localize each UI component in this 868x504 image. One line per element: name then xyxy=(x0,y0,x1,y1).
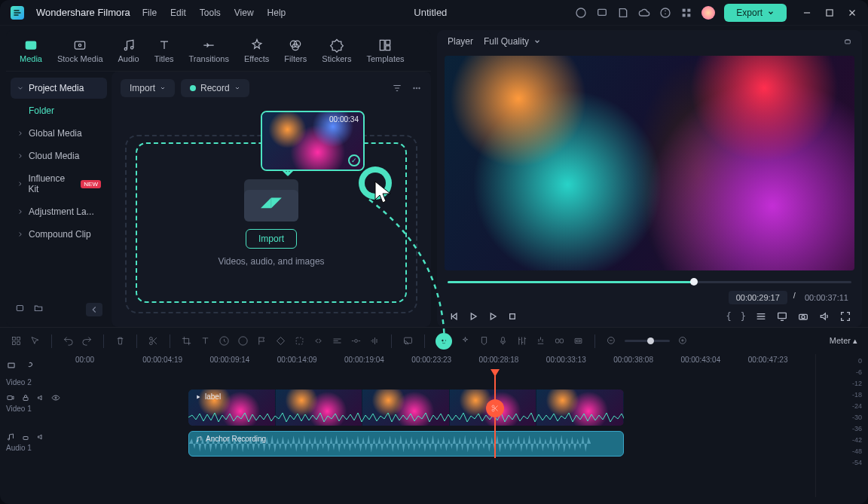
sidebar-adjustment-layer[interactable]: Adjustment La... xyxy=(11,201,107,222)
text-icon[interactable] xyxy=(200,335,211,347)
sidebar-compound-clip[interactable]: Compound Clip xyxy=(11,224,107,245)
track-audio1[interactable]: Anchor Recording xyxy=(75,429,815,458)
apps-icon[interactable] xyxy=(680,7,692,19)
audio-clip[interactable]: Anchor Recording xyxy=(188,431,624,457)
cut-handle[interactable] xyxy=(486,399,504,417)
stop-icon[interactable] xyxy=(506,310,518,322)
snapshot-icon[interactable] xyxy=(844,38,851,45)
import-button[interactable]: Import xyxy=(246,229,297,249)
audio-track-icon[interactable] xyxy=(6,432,15,441)
import-dropdown[interactable]: Import xyxy=(121,79,175,97)
import-dropzone[interactable]: ◢◤ Import Videos, audio, and images 00:0… xyxy=(125,111,417,313)
record-dropdown[interactable]: Record xyxy=(181,79,249,97)
menu-help[interactable]: Help xyxy=(267,8,286,18)
menu-tools[interactable]: Tools xyxy=(200,8,221,18)
preview-canvas[interactable] xyxy=(445,56,854,270)
avatar[interactable] xyxy=(701,6,715,20)
zoom-slider[interactable] xyxy=(625,340,670,342)
device-icon[interactable] xyxy=(596,7,608,19)
lock-icon[interactable] xyxy=(21,432,30,441)
clip-thumbnail[interactable]: 00:00:34 ✓ xyxy=(261,111,365,171)
sidebar-project-media[interactable]: Project Media xyxy=(11,78,107,99)
audio-wave-icon[interactable] xyxy=(369,335,381,347)
more-icon[interactable] xyxy=(411,83,422,93)
pointer-icon[interactable] xyxy=(29,335,41,347)
track-video2[interactable] xyxy=(75,371,815,386)
tab-audio[interactable]: Audio xyxy=(111,33,147,68)
quality-select[interactable]: Full Quality xyxy=(484,36,541,47)
menu-file[interactable]: File xyxy=(142,8,157,18)
minimize-icon[interactable] xyxy=(802,8,812,18)
sidebar-folder[interactable]: Folder xyxy=(11,100,107,121)
seek-bar[interactable] xyxy=(448,278,851,285)
prev-frame-icon[interactable] xyxy=(448,310,460,322)
brace-close-icon[interactable]: } xyxy=(741,311,746,322)
redo-icon[interactable] xyxy=(81,335,93,347)
magnet-icon[interactable] xyxy=(535,335,546,347)
fullscreen-icon[interactable] xyxy=(839,310,851,322)
color-icon[interactable] xyxy=(237,335,249,347)
tab-media[interactable]: Media xyxy=(12,33,50,68)
timeline-ruler[interactable]: 00:00 00:00:04:19 00:00:09:14 00:00:14:0… xyxy=(75,354,815,371)
tab-titles[interactable]: Titles xyxy=(147,33,182,68)
history-icon[interactable] xyxy=(15,303,26,316)
ai-button[interactable] xyxy=(436,333,452,350)
tab-effects[interactable]: Effects xyxy=(237,33,277,68)
zoom-out-icon[interactable] xyxy=(606,335,617,347)
mic-icon[interactable] xyxy=(497,335,509,347)
tab-transitions[interactable]: Transitions xyxy=(182,33,237,68)
speed-icon[interactable] xyxy=(219,335,230,347)
layers-icon[interactable] xyxy=(6,360,17,371)
mute-icon[interactable] xyxy=(36,432,45,441)
visibility-icon[interactable] xyxy=(51,393,60,402)
mixer-icon[interactable] xyxy=(516,335,527,347)
marker-icon[interactable] xyxy=(478,335,490,347)
cast-icon[interactable] xyxy=(402,335,414,347)
folder-icon[interactable] xyxy=(33,303,44,316)
export-button[interactable]: Export xyxy=(724,4,787,22)
zoom-in-icon[interactable] xyxy=(677,335,689,347)
align-icon[interactable] xyxy=(332,335,343,347)
sidebar-influence-kit[interactable]: Influence KitNEW xyxy=(11,168,107,200)
trash-icon[interactable] xyxy=(115,335,126,347)
support-icon[interactable] xyxy=(659,7,671,19)
play-pause-icon[interactable] xyxy=(467,310,479,322)
track-video1[interactable]: label xyxy=(75,388,815,427)
sidebar-cloud-media[interactable]: Cloud Media xyxy=(11,145,107,166)
link-icon[interactable] xyxy=(554,335,565,347)
save-icon[interactable] xyxy=(617,7,629,19)
cloud-icon[interactable] xyxy=(638,7,650,19)
keyframe-icon[interactable] xyxy=(275,335,286,347)
circle-icon[interactable] xyxy=(575,7,587,19)
maximize-icon[interactable] xyxy=(824,8,835,18)
motion-icon[interactable] xyxy=(350,335,362,347)
camera-icon[interactable] xyxy=(797,310,809,322)
crop-icon[interactable] xyxy=(181,335,192,347)
flag-icon[interactable] xyxy=(256,335,267,347)
select-icon[interactable] xyxy=(294,335,305,347)
sparkle-icon[interactable] xyxy=(460,335,471,347)
sidebar-global-media[interactable]: Global Media xyxy=(11,123,107,144)
menu-edit[interactable]: Edit xyxy=(170,8,186,18)
close-icon[interactable] xyxy=(847,8,857,18)
tab-templates[interactable]: Templates xyxy=(359,33,411,68)
menu-view[interactable]: View xyxy=(234,8,254,18)
transition-icon[interactable] xyxy=(313,335,324,347)
tab-filters[interactable]: Filters xyxy=(277,33,314,68)
grid-icon[interactable] xyxy=(11,335,22,347)
safe-zone-icon[interactable] xyxy=(573,335,584,347)
video-track-icon[interactable] xyxy=(6,393,15,402)
tab-stock-media[interactable]: Stock Media xyxy=(50,33,111,68)
filter-icon[interactable] xyxy=(392,83,402,93)
link-icon[interactable] xyxy=(24,360,35,371)
monitor-icon[interactable] xyxy=(776,310,788,322)
scissors-icon[interactable] xyxy=(148,335,159,347)
mute-icon[interactable] xyxy=(36,393,45,402)
brace-open-icon[interactable]: { xyxy=(726,311,732,322)
volume-icon[interactable] xyxy=(818,310,830,322)
collapse-icon[interactable] xyxy=(86,303,102,316)
tab-stickers[interactable]: Stickers xyxy=(314,33,359,68)
lock-icon[interactable] xyxy=(21,393,30,402)
meter-toggle[interactable]: Meter ▴ xyxy=(830,336,857,346)
video-clip[interactable]: label xyxy=(188,389,624,426)
